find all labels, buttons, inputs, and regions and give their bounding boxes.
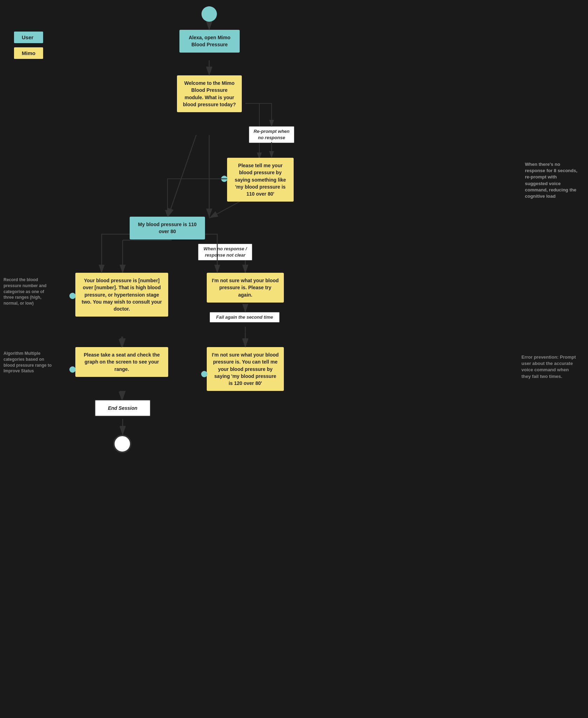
box-end-session: End Session: [95, 400, 151, 416]
dot-reprompt: [221, 176, 227, 182]
dot-not-sure-second: [201, 371, 207, 377]
annotation-when-no-response: When no response / response not clear: [198, 244, 252, 260]
dot-high-bp: [69, 293, 76, 299]
svg-line-20: [168, 135, 196, 216]
annotation-8sec: When there's no response for 8 seconds, …: [525, 161, 577, 199]
box-welcome: Welcome to the Mimo Blood Pressure modul…: [177, 75, 242, 112]
dot-seat: [69, 366, 76, 373]
box-not-sure-first: I'm not sure what your blood pressure is…: [207, 273, 284, 303]
legend-user: User: [14, 32, 43, 43]
annotation-algo: Algorithm Multiple categories based on b…: [4, 351, 53, 374]
box-reprompt: Please tell me your blood pressure by sa…: [227, 158, 294, 202]
box-high-bp: Your blood pressure is [number] over [nu…: [75, 273, 168, 317]
annotation-record-bp: Record the blood pressure number and cat…: [4, 277, 49, 306]
start-circle: [201, 6, 217, 22]
annotation-reprompt-label: Re-prompt when no response: [249, 126, 294, 143]
annotation-fail-again: Fail again the second time: [210, 312, 280, 323]
flowchart-container: User Mimo Alexa, open Mimo Blood Pressur…: [0, 0, 588, 718]
arrows-layer-2: [0, 0, 588, 491]
annotation-error-prevention: Error prevention: Prompt user about the …: [521, 354, 577, 380]
box-seat: Please take a seat and check the graph o…: [75, 347, 168, 377]
legend-mimo: Mimo: [14, 47, 43, 59]
legend: User Mimo: [14, 32, 43, 59]
box-user-input: My blood pressure is 110 over 80: [130, 217, 205, 239]
end-circle: [113, 435, 131, 453]
box-alexa-open: Alexa, open Mimo Blood Pressure: [179, 30, 240, 53]
box-not-sure-second: I'm not sure what your blood pressure is…: [207, 347, 284, 391]
